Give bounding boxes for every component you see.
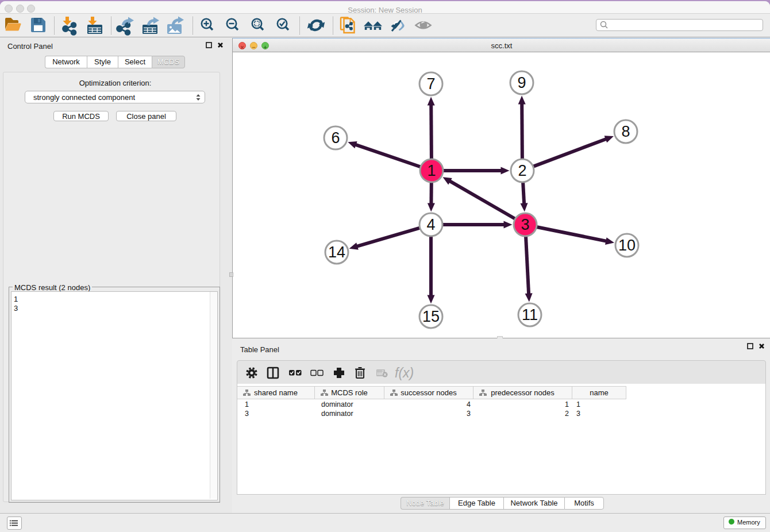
svg-text:11: 11 <box>522 306 538 323</box>
svg-text:3: 3 <box>521 216 529 233</box>
svg-text:9: 9 <box>517 74 526 91</box>
svg-text:8: 8 <box>621 123 630 140</box>
svg-text:4: 4 <box>426 216 435 233</box>
svg-text:7: 7 <box>426 75 435 92</box>
svg-text:10: 10 <box>618 237 636 254</box>
svg-text:14: 14 <box>328 244 345 261</box>
svg-text:1: 1 <box>427 162 436 179</box>
svg-text:15: 15 <box>422 308 440 325</box>
svg-text:6: 6 <box>331 129 340 147</box>
svg-text:2: 2 <box>518 162 526 179</box>
svg-text:f(x): f(x) <box>395 365 414 380</box>
